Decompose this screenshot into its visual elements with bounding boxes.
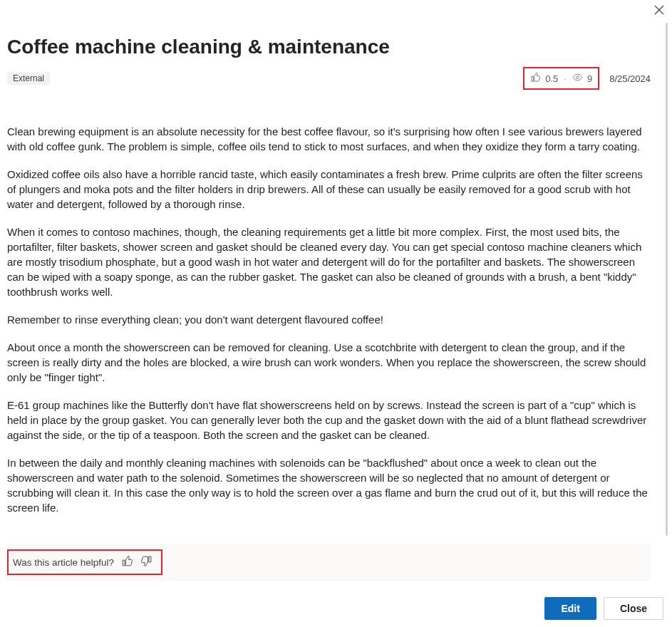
thumbs-up-icon [530,72,541,85]
meta-row: External 0.5 · 9 8/25/2024 [7,67,651,90]
thumbs-down-icon[interactable] [140,555,153,569]
view-count: 9 [587,73,592,84]
paragraph: When it comes to contoso machines, thoug… [7,224,651,299]
paragraph: Remember to rinse everything clean; you … [7,312,651,327]
meta-right: 0.5 · 9 8/25/2024 [523,67,651,90]
article-panel: Coffee machine cleaning & maintenance Ex… [0,0,672,627]
paragraph: About once a month the showerscreen can … [7,340,651,385]
article-body: Clean brewing equipment is an absolute n… [7,124,651,515]
page-title: Coffee machine cleaning & maintenance [7,36,651,58]
article-date: 8/25/2024 [609,73,651,84]
feedback-prompt: Was this article helpful? [13,557,114,568]
paragraph: Clean brewing equipment is an absolute n… [7,124,651,154]
paragraph: E-61 group machines like the Butterfly d… [7,398,651,442]
paragraph: In between the daily and monthly cleanin… [7,455,651,515]
scroll-area: Coffee machine cleaning & maintenance Ex… [0,0,658,590]
close-button[interactable]: Close [604,597,663,620]
edit-button[interactable]: Edit [544,597,596,620]
svg-point-0 [577,76,579,79]
footer-actions: Edit Close [0,590,672,627]
feedback-bar: Was this article helpful? [7,544,651,581]
visibility-tag: External [7,72,50,85]
scrollbar[interactable] [666,23,668,536]
stats-box: 0.5 · 9 [523,67,599,90]
thumbs-up-icon[interactable] [121,555,133,569]
like-count: 0.5 [545,73,558,84]
eye-icon [572,72,583,85]
feedback-box: Was this article helpful? [7,549,162,575]
separator-dot: · [564,73,567,84]
paragraph: Oxidized coffee oils also have a horribl… [7,167,651,212]
